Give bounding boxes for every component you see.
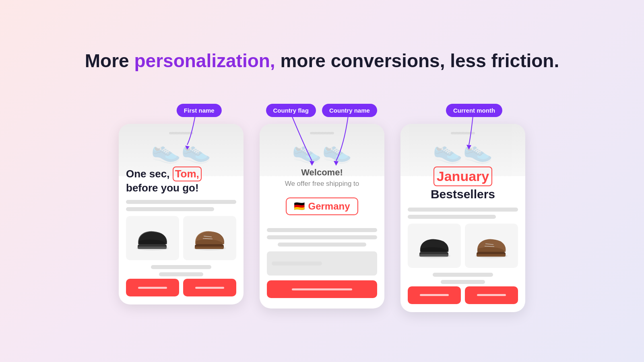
badge-country-name: Country name [322,104,377,117]
germany-container: 🇩🇪 Germany [267,193,377,222]
card3-subtitle: Bestsellers [431,187,495,201]
card2-content: Welcome! We offer free shipping to 🇩🇪 Ge… [267,167,377,298]
badge-current-month: Current month [446,104,502,117]
card1-cta-row [126,279,236,296]
month-highlight: January [433,167,492,186]
card2-wrapper: Country flag Country name 👟👟 Welcome! We… [260,124,384,309]
card1-products [126,216,236,260]
shoe-black-icon-2 [411,226,458,265]
germany-name: Germany [308,201,350,212]
cta-btn-card2[interactable] [267,280,377,298]
card1-lines [126,200,236,211]
card3-content: January Bestsellers [408,167,518,304]
card2-headline: Welcome! We offer free shipping to [267,167,377,189]
card1-line1: One sec, [126,168,169,180]
card1-name: Tom, [173,167,202,181]
card3-headline: January Bestsellers [408,167,518,202]
btn-line [477,294,506,296]
welcome-line2: We offer free shipping to [267,179,377,189]
shoe-black-icon [129,218,177,258]
svg-rect-14 [419,254,448,257]
card3-wrapper: Current month 👟👟 January Bestsellers [400,124,525,312]
card3-lines [408,208,518,219]
ph-line-xshort [159,272,203,276]
badge-country-flag: Country flag [266,104,316,117]
ph-line [408,215,496,219]
card3-bg-shoes: 👟👟 [433,136,493,165]
ph-line-short-c3 [433,273,493,277]
ph-line [267,228,377,232]
cards-row: First name 👟👟 One sec, Tom, before you g… [119,96,525,312]
card1-content: One sec, Tom, before you go! [126,167,236,296]
shoe-brown-icon-2 [468,226,516,265]
ph-line [278,243,366,247]
ph-line [272,261,322,265]
shoe-brown-icon [186,218,234,258]
germany-flag: 🇩🇪 [294,201,305,212]
card3-cta-row [408,286,518,304]
ph-line [126,200,236,204]
svg-rect-6 [195,247,224,249]
headline-part2: more conversions, less friction. [275,50,559,71]
card2-input-area [267,251,377,276]
ph-line [267,235,377,239]
card2-lines [267,228,377,247]
card1-headline: One sec, Tom, before you go! [126,167,236,194]
product-cell-3 [408,224,461,268]
card3-products [408,224,518,268]
card1-line2: before you go! [126,182,199,194]
welcome-line1: Welcome! [267,167,377,179]
cta-btn-2[interactable] [183,279,236,296]
cta-btn-4[interactable] [465,286,518,304]
card1-bg-shoes: 👟👟 [151,136,211,165]
svg-rect-3 [138,247,167,249]
btn-line [420,294,449,296]
page-headline: More personalization, more conversions, … [85,50,559,72]
ph-line-xshort-c3 [441,280,485,284]
card2-bg-shoes: 👟👟 [292,136,352,165]
germany-box: 🇩🇪 Germany [286,197,358,215]
product-cell-2 [183,216,236,260]
badge-firstname: First name [177,104,222,117]
headline-part1: More [85,50,134,71]
product-cell-1 [126,216,179,260]
ph-line-short [151,265,212,269]
btn-line [195,287,225,289]
headline-highlight: personalization, [134,50,275,71]
cta-btn-1[interactable] [126,279,179,296]
btn-line [138,287,167,289]
card3-phone: 👟👟 January Bestsellers [400,124,525,312]
ph-line [126,207,214,211]
ph-line [408,208,518,212]
cta-btn-3[interactable] [408,286,461,304]
product-cell-4 [465,224,518,268]
svg-rect-17 [477,254,506,257]
btn-line [292,288,353,290]
card2-phone: 👟👟 Welcome! We offer free shipping to 🇩🇪… [260,124,384,309]
card1-phone: 👟👟 One sec, Tom, before you go! [119,124,244,304]
card1-wrapper: First name 👟👟 One sec, Tom, before you g… [119,124,244,304]
